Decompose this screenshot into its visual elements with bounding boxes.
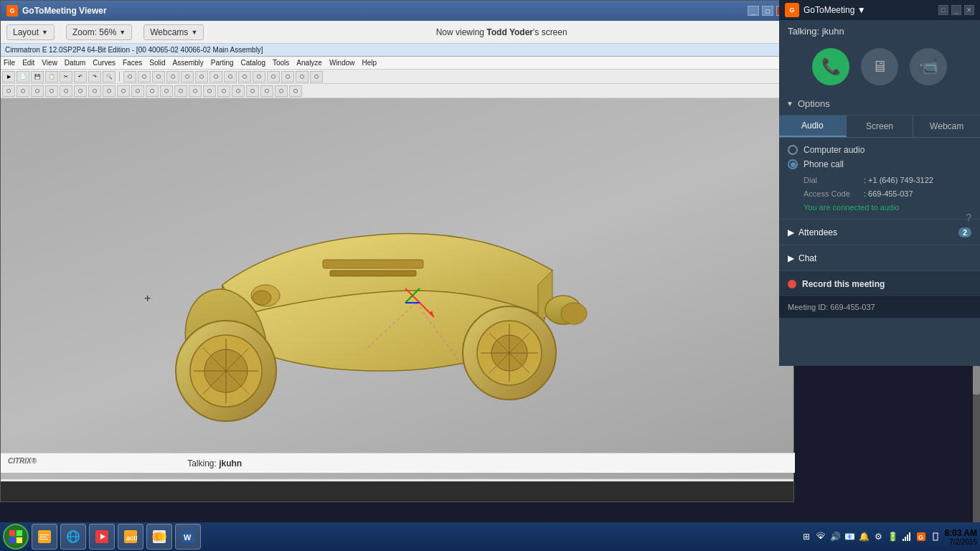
cad-viewport[interactable]: + bbox=[1, 98, 793, 479]
menu-curves[interactable]: Curves bbox=[93, 59, 116, 67]
viewing-text: Now viewing bbox=[436, 27, 487, 37]
layout-dropdown[interactable]: Layout ▼ bbox=[6, 24, 55, 40]
tab-screen[interactable]: Screen bbox=[847, 116, 914, 137]
system-clock[interactable]: 8:03 AM 7/2/2015 bbox=[944, 528, 977, 546]
help-icon[interactable]: ? bbox=[966, 212, 971, 223]
cad-tb2-17[interactable]: ⬡ bbox=[232, 85, 245, 97]
video-button[interactable]: 📹 bbox=[910, 48, 947, 85]
gtm-minimize-button[interactable]: _ bbox=[951, 5, 961, 15]
cad-tb2-4[interactable]: ⬡ bbox=[45, 85, 58, 97]
cad-tool-1[interactable]: ▶ bbox=[2, 71, 15, 83]
cad-tb2-13[interactable]: ⬡ bbox=[174, 85, 187, 97]
maximize-button[interactable]: □ bbox=[762, 6, 773, 16]
zoom-dropdown[interactable]: Zoom: 56% ▼ bbox=[66, 24, 132, 40]
menu-window[interactable]: Window bbox=[329, 59, 355, 67]
cad-menu-bar[interactable]: File Edit View Datum Curves Faces Solid … bbox=[1, 57, 793, 70]
options-section-header[interactable]: ▼ Options bbox=[779, 93, 980, 116]
cad-tool-11[interactable]: ⬡ bbox=[152, 71, 165, 83]
gtm-tray-icon[interactable]: G bbox=[915, 531, 927, 542]
cad-tb2-12[interactable]: ⬡ bbox=[160, 85, 173, 97]
taskbar-app-word[interactable]: W bbox=[175, 524, 201, 550]
taskbar-app-act[interactable]: act! bbox=[118, 524, 143, 550]
cad-tb2-19[interactable]: ⬡ bbox=[260, 85, 273, 97]
cad-tb2-7[interactable]: ⬡ bbox=[88, 85, 101, 97]
menu-datum[interactable]: Datum bbox=[65, 59, 85, 67]
cad-tool-2[interactable]: 📄 bbox=[17, 71, 29, 83]
menu-edit[interactable]: Edit bbox=[22, 59, 34, 67]
taskbar-app-explorer[interactable] bbox=[32, 524, 57, 550]
taskbar-app-media[interactable] bbox=[89, 524, 115, 550]
cad-tool-12[interactable]: ⬡ bbox=[166, 71, 179, 83]
cad-tb2-11[interactable]: ⬡ bbox=[146, 85, 159, 97]
menu-parting[interactable]: Parting bbox=[211, 59, 234, 67]
cad-tool-14[interactable]: ⬡ bbox=[195, 71, 208, 83]
cad-tool-4[interactable]: 📋 bbox=[45, 71, 58, 83]
cad-tb2-9[interactable]: ⬡ bbox=[117, 85, 130, 97]
phone-button[interactable]: 📞 bbox=[812, 48, 849, 85]
cad-tb2-14[interactable]: ⬡ bbox=[189, 85, 202, 97]
minimize-button[interactable]: _ bbox=[748, 6, 759, 16]
cad-tool-3[interactable]: 💾 bbox=[31, 71, 44, 83]
cad-tool-6[interactable]: ↶ bbox=[74, 71, 87, 83]
show-desktop-icon[interactable] bbox=[930, 531, 941, 542]
menu-assembly[interactable]: Assembly bbox=[172, 59, 203, 67]
menu-analyze[interactable]: Analyze bbox=[296, 59, 322, 67]
cad-tb2-5[interactable]: ⬡ bbox=[60, 85, 72, 97]
menu-solid[interactable]: Solid bbox=[149, 59, 165, 67]
attendees-count-badge: 2 bbox=[958, 227, 971, 237]
phone-call-radio[interactable] bbox=[788, 159, 798, 169]
record-section[interactable]: Record this meeting bbox=[779, 270, 980, 296]
menu-help[interactable]: Help bbox=[362, 59, 377, 67]
cad-tool-19[interactable]: ⬡ bbox=[267, 71, 280, 83]
cad-tb2-8[interactable]: ⬡ bbox=[103, 85, 116, 97]
gtm-close-button[interactable]: ✕ bbox=[964, 5, 974, 15]
start-button[interactable] bbox=[3, 524, 29, 550]
cad-tb2-10[interactable]: ⬡ bbox=[131, 85, 144, 97]
cad-tb2-21[interactable]: ⬡ bbox=[289, 85, 302, 97]
cad-tb2-6[interactable]: ⬡ bbox=[74, 85, 87, 97]
computer-audio-radio[interactable] bbox=[788, 145, 798, 155]
cad-tb2-18[interactable]: ⬡ bbox=[246, 85, 259, 97]
cad-tool-5[interactable]: ✂ bbox=[60, 71, 72, 83]
cad-tool-18[interactable]: ⬡ bbox=[253, 71, 265, 83]
attendees-section[interactable]: ▶ Attendees 2 bbox=[779, 219, 980, 245]
menu-view[interactable]: View bbox=[42, 59, 57, 67]
menu-catalog[interactable]: Catalog bbox=[241, 59, 265, 67]
cad-tool-10[interactable]: ⬡ bbox=[138, 71, 151, 83]
tab-audio[interactable]: Audio bbox=[779, 116, 847, 137]
zoom-arrow-icon: ▼ bbox=[119, 29, 126, 36]
cad-tool-13[interactable]: ⬡ bbox=[181, 71, 194, 83]
cad-tool-20[interactable]: ⬡ bbox=[281, 71, 294, 83]
cad-tool-15[interactable]: ⬡ bbox=[209, 71, 222, 83]
screen-share-button[interactable]: 🖥 bbox=[861, 48, 898, 85]
phone-call-option[interactable]: Phone call bbox=[788, 159, 971, 169]
chat-section[interactable]: ▶ Chat bbox=[779, 245, 980, 270]
cad-tb2-16[interactable]: ⬡ bbox=[217, 85, 230, 97]
tab-webcam[interactable]: Webcam bbox=[913, 116, 980, 137]
cad-tool-8[interactable]: 🔍 bbox=[103, 71, 116, 83]
tray-icon-3: ⚙ bbox=[872, 531, 884, 542]
menu-tools[interactable]: Tools bbox=[273, 59, 289, 67]
meeting-id-bar: Meeting ID: 669-455-037 bbox=[779, 296, 980, 318]
cad-tb2-1[interactable]: ⬡ bbox=[2, 85, 15, 97]
taskbar-app-ie[interactable] bbox=[60, 524, 86, 550]
gtm-restore-button[interactable]: □ bbox=[938, 5, 948, 15]
taskbar-app-lotus[interactable] bbox=[146, 524, 172, 550]
title-bar-left: G GoToMeeting Viewer bbox=[6, 5, 107, 17]
computer-audio-option[interactable]: Computer audio bbox=[788, 145, 971, 155]
menu-file[interactable]: File bbox=[4, 59, 15, 67]
cad-tool-22[interactable]: ⬡ bbox=[310, 71, 323, 83]
gtm-window-controls[interactable]: □ _ ✕ bbox=[938, 5, 974, 15]
scrollbar-thumb[interactable] bbox=[973, 366, 980, 395]
cad-tb2-15[interactable]: ⬡ bbox=[203, 85, 216, 97]
cad-tool-9[interactable]: ⬡ bbox=[123, 71, 136, 83]
cad-tool-21[interactable]: ⬡ bbox=[296, 71, 308, 83]
cad-tool-17[interactable]: ⬡ bbox=[238, 71, 251, 83]
cad-tool-7[interactable]: ↷ bbox=[88, 71, 101, 83]
cad-tool-16[interactable]: ⬡ bbox=[224, 71, 237, 83]
webcams-dropdown[interactable]: Webcams ▼ bbox=[143, 24, 204, 40]
menu-faces[interactable]: Faces bbox=[123, 59, 142, 67]
cad-tb2-2[interactable]: ⬡ bbox=[17, 85, 29, 97]
cad-tb2-20[interactable]: ⬡ bbox=[275, 85, 288, 97]
cad-tb2-3[interactable]: ⬡ bbox=[31, 85, 44, 97]
